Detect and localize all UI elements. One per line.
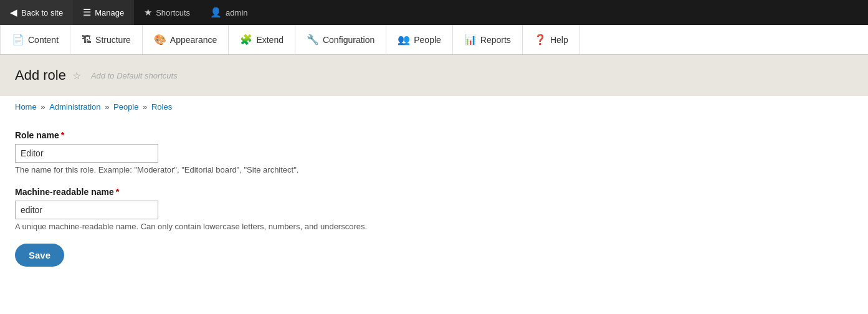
form-area: Role name* The name for this role. Examp…: [0, 118, 868, 279]
configuration-icon: 🔧: [307, 34, 319, 45]
breadcrumb: Home » Administration » People » Roles: [15, 102, 853, 112]
nav-reports[interactable]: 📊 Reports: [453, 25, 523, 54]
manage-label: Manage: [95, 8, 124, 17]
shortcuts-link[interactable]: ★ Shortcuts: [134, 0, 200, 25]
nav-configuration-label: Configuration: [323, 35, 374, 45]
back-to-site-link[interactable]: ◀ Back to site: [0, 0, 73, 25]
main-nav: 📄 Content 🏗 Structure 🎨 Appearance 🧩 Ext…: [0, 25, 868, 55]
nav-structure[interactable]: 🏗 Structure: [70, 25, 143, 54]
breadcrumb-people[interactable]: People: [113, 102, 138, 112]
shortcut-hint: Add to Default shortcuts: [91, 71, 178, 80]
breadcrumb-sep-3: »: [143, 102, 150, 112]
page-title: Add role: [15, 67, 66, 83]
content-icon: 📄: [12, 34, 24, 45]
nav-people[interactable]: 👥 People: [386, 25, 453, 54]
machine-name-label: Machine-readable name*: [15, 187, 853, 197]
nav-content-label: Content: [28, 35, 59, 45]
nav-help-label: Help: [550, 35, 568, 45]
nav-reports-label: Reports: [480, 35, 511, 45]
admin-bar: ◀ Back to site ☰ Manage ★ Shortcuts 👤 ad…: [0, 0, 868, 25]
nav-structure-label: Structure: [95, 35, 131, 45]
back-to-site-label: Back to site: [21, 8, 63, 17]
shortcuts-label: Shortcuts: [156, 8, 190, 17]
structure-icon: 🏗: [82, 34, 92, 45]
breadcrumb-administration[interactable]: Administration: [49, 102, 100, 112]
save-button[interactable]: Save: [15, 244, 64, 267]
manage-link[interactable]: ☰ Manage: [73, 0, 134, 25]
admin-link[interactable]: 👤 admin: [200, 0, 257, 25]
shortcuts-icon: ★: [144, 7, 152, 18]
reports-icon: 📊: [464, 34, 477, 45]
nav-extend[interactable]: 🧩 Extend: [229, 25, 295, 54]
appearance-icon: 🎨: [154, 34, 166, 45]
admin-icon: 👤: [210, 7, 222, 18]
role-name-required: *: [61, 130, 64, 140]
nav-help[interactable]: ❓ Help: [523, 25, 580, 54]
role-name-label: Role name*: [15, 130, 853, 140]
page-header: Add role ☆ Add to Default shortcuts: [0, 55, 868, 96]
nav-appearance[interactable]: 🎨 Appearance: [143, 25, 229, 54]
machine-name-input[interactable]: [15, 201, 158, 219]
machine-name-group: Machine-readable name* A unique machine-…: [15, 187, 853, 231]
breadcrumb-bar: Home » Administration » People » Roles: [0, 96, 868, 118]
nav-people-label: People: [414, 35, 441, 45]
nav-extend-label: Extend: [256, 35, 284, 45]
role-name-group: Role name* The name for this role. Examp…: [15, 130, 853, 174]
help-icon: ❓: [534, 34, 546, 45]
back-icon: ◀: [10, 7, 17, 18]
machine-name-description: A unique machine-readable name. Can only…: [15, 222, 853, 231]
role-name-description: The name for this role. Example: "Modera…: [15, 165, 853, 174]
extend-icon: 🧩: [240, 34, 252, 45]
manage-icon: ☰: [83, 7, 91, 18]
nav-appearance-label: Appearance: [170, 35, 217, 45]
nav-configuration[interactable]: 🔧 Configuration: [295, 25, 386, 54]
favorite-star-icon[interactable]: ☆: [72, 70, 81, 82]
nav-content[interactable]: 📄 Content: [0, 25, 70, 54]
breadcrumb-sep-2: »: [105, 102, 112, 112]
breadcrumb-sep-1: »: [41, 102, 47, 112]
breadcrumb-roles[interactable]: Roles: [151, 102, 172, 112]
breadcrumb-home[interactable]: Home: [15, 102, 37, 112]
machine-name-required: *: [116, 187, 119, 197]
admin-label: admin: [226, 8, 247, 17]
people-icon: 👥: [398, 34, 410, 45]
role-name-input[interactable]: [15, 144, 158, 163]
